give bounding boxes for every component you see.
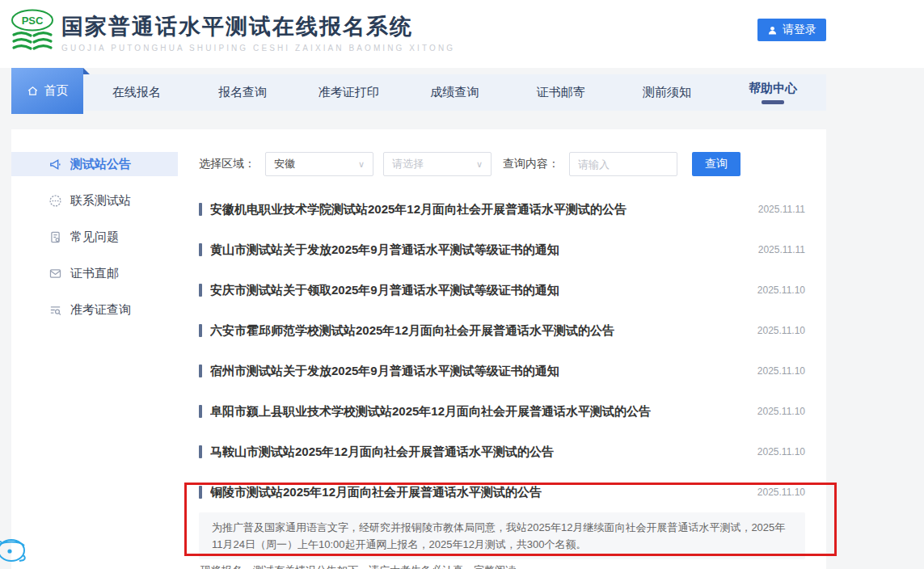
row-tick xyxy=(199,243,202,256)
row-tick xyxy=(199,405,202,418)
sidebar-item-test-station-announcements[interactable]: 测试站公告 xyxy=(11,152,178,176)
brand-block: 国家普通话水平测试在线报名系统 GUOJIA PUTONGHUA SHUIPIN… xyxy=(61,12,455,53)
list-search-icon xyxy=(49,303,62,317)
nav-item-admission-ticket-print[interactable]: 准考证打印 xyxy=(296,74,402,111)
sidebar-item-label: 证书直邮 xyxy=(70,266,119,281)
nav-item-online-registration[interactable]: 在线报名 xyxy=(83,74,189,111)
announcement-row[interactable]: 安庆市测试站关于领取2025年9月普通话水平测试等级证书的通知 2025.11.… xyxy=(199,270,805,310)
region-label: 选择区域： xyxy=(199,157,255,171)
home-icon xyxy=(27,85,39,97)
region-select-value: 安徽 xyxy=(274,157,295,171)
announcement-date: 2025.11.10 xyxy=(757,406,805,417)
sub-region-select[interactable]: 请选择 ∨ xyxy=(383,152,492,176)
announcement-row-tongling[interactable]: 铜陵市测试站2025年12月面向社会开展普通话水平测试的公告 2025.11.1… xyxy=(199,472,805,512)
nav-item-registration-query[interactable]: 报名查询 xyxy=(189,74,295,111)
megaphone-icon xyxy=(49,158,62,171)
svg-text:PSC: PSC xyxy=(22,15,44,27)
announcement-title: 黄山市测试站关于发放2025年9月普通话水平测试等级证书的通知 xyxy=(210,242,749,258)
nav-item-score-query[interactable]: 成绩查询 xyxy=(402,74,508,111)
announcement-row[interactable]: 六安市霍邱师范学校测试站2025年12月面向社会开展普通话水平测试的公告 202… xyxy=(199,310,805,351)
announcement-row[interactable]: 黄山市测试站关于发放2025年9月普通话水平测试等级证书的通知 2025.11.… xyxy=(199,230,805,270)
sidebar-item-label: 常见问题 xyxy=(70,230,119,245)
announcement-title: 安庆市测试站关于领取2025年9月普通话水平测试等级证书的通知 xyxy=(210,283,748,298)
announcement-title: 马鞍山市测试站2025年12月面向社会开展普通话水平测试的公告 xyxy=(210,445,748,460)
announcement-date: 2025.11.10 xyxy=(757,284,805,296)
row-tick xyxy=(199,445,202,458)
sub-region-placeholder: 请选择 xyxy=(392,157,424,171)
announcement-row[interactable]: 阜阳市颍上县职业技术学校测试站2025年12月面向社会开展普通话水平测试的公告 … xyxy=(199,391,805,432)
announcement-row[interactable]: 马鞍山市测试站2025年12月面向社会开展普通话水平测试的公告 2025.11.… xyxy=(199,432,805,472)
content-panel: 测试站公告 联系测试站 常见问题 证书直邮 准考证查询 xyxy=(11,129,826,569)
user-icon xyxy=(767,25,778,36)
row-tick xyxy=(199,486,202,499)
announcement-title: 铜陵市测试站2025年12月面向社会开展普通话水平测试的公告 xyxy=(210,485,748,500)
announcement-title: 宿州市测试站关于发放2025年9月普通话水平测试等级证书的通知 xyxy=(210,364,748,379)
nav-item-home[interactable]: 首页 xyxy=(11,68,83,114)
nav-items: 在线报名 报名查询 准考证打印 成绩查询 证书邮寄 测前须知 帮助中心 xyxy=(83,74,826,111)
customer-service-icon[interactable] xyxy=(0,528,34,568)
sidebar-item-faq[interactable]: 常见问题 xyxy=(11,225,178,249)
sidebar-item-label: 联系测试站 xyxy=(70,193,131,209)
psc-logo-icon: PSC xyxy=(11,9,54,56)
envelope-icon xyxy=(49,267,62,280)
announcement-date: 2025.11.10 xyxy=(757,365,805,377)
home-tab-fold xyxy=(83,68,90,74)
nav-item-certificate-mailing[interactable]: 证书邮寄 xyxy=(508,74,614,111)
chat-bubble-icon xyxy=(49,194,62,208)
announcement-date: 2025.11.10 xyxy=(757,487,805,498)
site-title: 国家普通话水平测试在线报名系统 xyxy=(61,12,455,41)
active-nav-underline xyxy=(762,100,784,104)
row-tick xyxy=(199,365,202,377)
announcement-date: 2025.11.10 xyxy=(757,446,805,457)
login-label: 请登录 xyxy=(783,23,816,37)
row-tick xyxy=(199,324,202,337)
announcement-excerpt: 为推广普及国家通用语言文字，经研究并报铜陵市教体局同意，我站2025年12月继续… xyxy=(199,512,805,559)
header: PSC 国家普通话水平测试在线报名系统 GUOJIA PUTONGHUA SHU… xyxy=(0,0,924,68)
login-button[interactable]: 请登录 xyxy=(757,19,826,41)
nav-item-help-center[interactable]: 帮助中心 xyxy=(720,74,826,111)
query-input[interactable] xyxy=(569,152,677,176)
query-label: 查询内容： xyxy=(503,157,559,171)
row-tick xyxy=(199,284,202,297)
site-subtitle: GUOJIA PUTONGHUA SHUIPING CESHI ZAIXIAN … xyxy=(61,44,455,53)
announcement-date: 2025.11.10 xyxy=(757,325,805,336)
sidebar-item-contact-test-station[interactable]: 联系测试站 xyxy=(11,188,178,213)
sidebar-item-certificate-direct-mail[interactable]: 证书直邮 xyxy=(11,261,178,285)
sidebar-item-label: 准考证查询 xyxy=(70,302,131,318)
announcement-excerpt-more: 现将报名、测试有关情况公告如下，请广大考生务必认真、完整阅读。 xyxy=(199,563,805,569)
region-select[interactable]: 安徽 ∨ xyxy=(265,152,373,176)
announcement-row[interactable]: 宿州市测试站关于发放2025年9月普通话水平测试等级证书的通知 2025.11.… xyxy=(199,351,805,391)
chevron-down-icon: ∨ xyxy=(476,159,483,170)
search-button[interactable]: 查询 xyxy=(692,152,740,176)
nav-item-pretest-notice[interactable]: 测前须知 xyxy=(614,74,719,111)
sidebar-item-admission-ticket-query[interactable]: 准考证查询 xyxy=(11,297,178,322)
nav-home-label: 首页 xyxy=(44,83,69,99)
announcement-main: 选择区域： 安徽 ∨ 请选择 ∨ 查询内容： 查询 安徽机电职业技术学院测试站2… xyxy=(178,129,826,569)
document-icon xyxy=(49,230,62,244)
announcement-title: 阜阳市颍上县职业技术学校测试站2025年12月面向社会开展普通话水平测试的公告 xyxy=(210,404,748,419)
announcement-row[interactable]: 安徽机电职业技术学院测试站2025年12月面向社会开展普通话水平测试的公告 20… xyxy=(199,189,805,230)
filter-bar: 选择区域： 安徽 ∨ 请选择 ∨ 查询内容： 查询 xyxy=(199,152,805,176)
announcement-date: 2025.11.11 xyxy=(758,244,805,255)
chevron-down-icon: ∨ xyxy=(358,159,365,170)
row-tick xyxy=(199,203,202,216)
announcement-date: 2025.11.11 xyxy=(758,204,805,215)
main-nav: 首页 在线报名 报名查询 准考证打印 成绩查询 证书邮寄 测前须知 帮助中心 xyxy=(11,68,826,114)
sidebar-item-label: 测试站公告 xyxy=(70,157,131,172)
announcement-title: 安徽机电职业技术学院测试站2025年12月面向社会开展普通话水平测试的公告 xyxy=(210,202,749,217)
announcement-title: 六安市霍邱师范学校测试站2025年12月面向社会开展普通话水平测试的公告 xyxy=(210,323,748,339)
announcement-list: 安徽机电职业技术学院测试站2025年12月面向社会开展普通话水平测试的公告 20… xyxy=(199,189,805,569)
sidebar: 测试站公告 联系测试站 常见问题 证书直邮 准考证查询 xyxy=(11,129,178,569)
